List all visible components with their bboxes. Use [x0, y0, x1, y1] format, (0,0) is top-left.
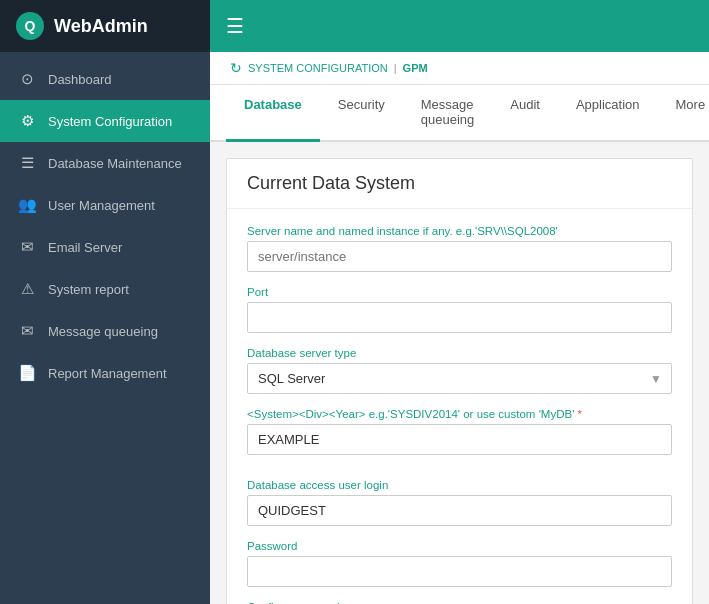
sidebar-nav: ⊙ Dashboard ⚙ System Configuration ☰ Dat… — [0, 52, 210, 604]
db-server-type-select[interactable]: SQL Server MySQL PostgreSQL Oracle — [247, 363, 672, 394]
app-logo: Q — [16, 12, 44, 40]
tab-audit[interactable]: Audit — [492, 85, 558, 142]
sidebar-item-system-configuration[interactable]: ⚙ System Configuration — [0, 100, 210, 142]
system-div-label: <System><Div><Year> e.g.'SYSDIV2014' or … — [247, 408, 672, 420]
sidebar-item-label: Report Management — [48, 366, 167, 381]
port-input[interactable] — [247, 302, 672, 333]
dashboard-icon: ⊙ — [18, 70, 36, 88]
tab-database[interactable]: Database — [226, 85, 320, 142]
password-label: Password — [247, 540, 672, 552]
system-div-group: <System><Div><Year> e.g.'SYSDIV2014' or … — [247, 408, 672, 455]
breadcrumb: ↻ SYSTEM CONFIGURATION | GPM — [210, 52, 709, 85]
sidebar-item-report-management[interactable]: 📄 Report Management — [0, 352, 210, 394]
sidebar-item-label: System Configuration — [48, 114, 172, 129]
report-icon: ⚠ — [18, 280, 36, 298]
database-icon: ☰ — [18, 154, 36, 172]
tab-application[interactable]: Application — [558, 85, 658, 142]
server-name-label: Server name and named instance if any. e… — [247, 225, 672, 237]
message-icon: ✉ — [18, 322, 36, 340]
password-input[interactable] — [247, 556, 672, 587]
db-access-input[interactable] — [247, 495, 672, 526]
breadcrumb-page: GPM — [403, 62, 428, 74]
topbar: ☰ — [210, 0, 709, 52]
card-title: Current Data System — [227, 159, 692, 209]
email-icon: ✉ — [18, 238, 36, 256]
tab-more[interactable]: More — [658, 85, 709, 142]
tab-security[interactable]: Security — [320, 85, 403, 142]
card-body: Server name and named instance if any. e… — [227, 209, 692, 604]
sidebar-item-label: Database Maintenance — [48, 156, 182, 171]
system-div-input[interactable] — [247, 424, 672, 455]
tab-bar: Database Security Message queueing Audit… — [210, 85, 709, 142]
main-content: ☰ ↻ SYSTEM CONFIGURATION | GPM Database … — [210, 0, 709, 604]
app-title: WebAdmin — [54, 16, 148, 37]
tab-message-queueing[interactable]: Message queueing — [403, 85, 493, 142]
sidebar-item-dashboard[interactable]: ⊙ Dashboard — [0, 58, 210, 100]
sidebar-item-message-queueing[interactable]: ✉ Message queueing — [0, 310, 210, 352]
hamburger-icon[interactable]: ☰ — [226, 14, 244, 38]
current-data-system-card: Current Data System Server name and name… — [226, 158, 693, 604]
db-server-type-select-wrap: SQL Server MySQL PostgreSQL Oracle ▼ — [247, 363, 672, 394]
sidebar-item-email-server[interactable]: ✉ Email Server — [0, 226, 210, 268]
required-marker: * — [578, 408, 582, 420]
sidebar: Q WebAdmin ⊙ Dashboard ⚙ System Configur… — [0, 0, 210, 604]
db-server-type-group: Database server type SQL Server MySQL Po… — [247, 347, 672, 394]
breadcrumb-separator: | — [394, 62, 397, 74]
db-server-type-label: Database server type — [247, 347, 672, 359]
sidebar-item-system-report[interactable]: ⚠ System report — [0, 268, 210, 310]
server-name-input[interactable] — [247, 241, 672, 272]
system-config-icon: ⚙ — [18, 112, 36, 130]
sidebar-item-label: Dashboard — [48, 72, 112, 87]
server-name-group: Server name and named instance if any. e… — [247, 225, 672, 272]
sidebar-item-label: Email Server — [48, 240, 122, 255]
sidebar-item-user-management[interactable]: 👥 User Management — [0, 184, 210, 226]
password-group: Password — [247, 540, 672, 587]
port-group: Port — [247, 286, 672, 333]
sidebar-item-label: User Management — [48, 198, 155, 213]
content-area: Current Data System Server name and name… — [210, 142, 709, 604]
sidebar-item-label: System report — [48, 282, 129, 297]
breadcrumb-icon: ↻ — [230, 60, 242, 76]
breadcrumb-section: SYSTEM CONFIGURATION — [248, 62, 388, 74]
sidebar-item-label: Message queueing — [48, 324, 158, 339]
db-access-label: Database access user login — [247, 479, 672, 491]
file-icon: 📄 — [18, 364, 36, 382]
port-label: Port — [247, 286, 672, 298]
sidebar-item-database-maintenance[interactable]: ☰ Database Maintenance — [0, 142, 210, 184]
users-icon: 👥 — [18, 196, 36, 214]
sidebar-header: Q WebAdmin — [0, 0, 210, 52]
db-access-group: Database access user login — [247, 479, 672, 526]
